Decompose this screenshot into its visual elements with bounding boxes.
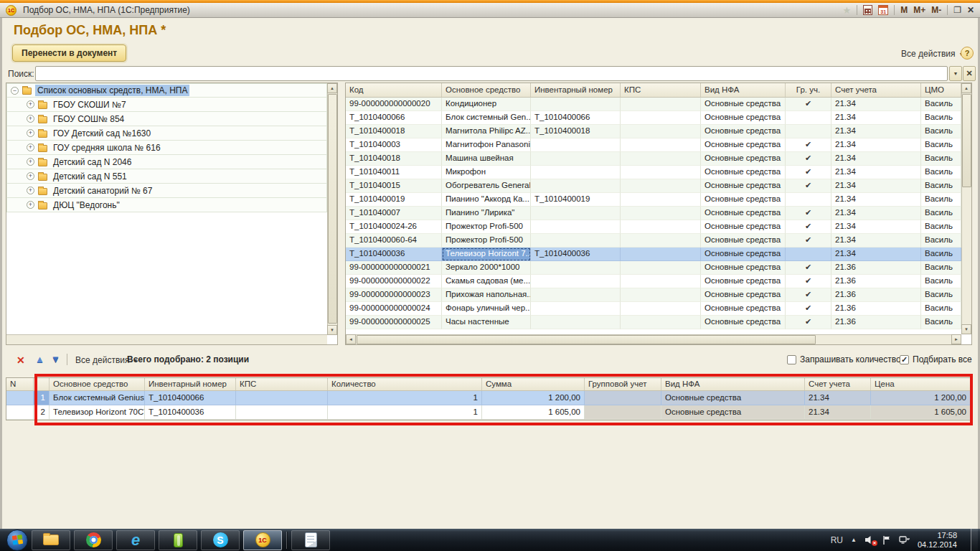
tree-horizontal-scrollbar[interactable] [6,334,327,344]
cell[interactable] [236,405,328,420]
cell[interactable] [621,193,701,207]
cell[interactable] [621,234,701,248]
cell[interactable]: Магнитола Philipc AZ... [442,125,531,138]
cell[interactable] [621,166,701,179]
cell[interactable]: 21.34 [831,138,921,152]
column-header[interactable]: Цена [871,378,971,390]
search-clear-button[interactable]: ✕ [963,66,976,81]
cell[interactable]: Т_1010400060-64 [346,234,442,248]
cell[interactable]: Основные средства [701,111,786,125]
cell[interactable]: 21.34 [831,207,921,220]
cell[interactable]: 1 200,00 [871,391,971,405]
close-icon[interactable]: ✕ [967,5,974,15]
cell[interactable]: 21.34 [831,193,921,207]
cell[interactable]: Зеркало 2000*1000 [442,261,531,275]
cell[interactable] [531,220,621,234]
cell[interactable] [531,98,621,111]
expand-icon[interactable]: + [27,129,34,137]
column-header[interactable]: Сумма [482,378,585,390]
scroll-up-icon[interactable]: ▲ [961,83,971,93]
cell[interactable]: Василь [921,138,961,152]
cell[interactable] [621,275,701,288]
cell[interactable]: Т_101040011 [346,166,442,179]
column-header[interactable]: Вид НФА [701,83,786,97]
cell[interactable]: ✔ [786,98,831,111]
action-center-flag-icon[interactable] [882,535,891,545]
cell[interactable]: Основные средства [701,316,786,329]
cell[interactable]: 1 [34,391,50,405]
cell[interactable]: Василь [921,179,961,193]
cell[interactable]: 21.34 [831,98,921,111]
cell[interactable]: Василь [921,98,961,111]
cell[interactable]: Основные средства [701,138,786,152]
cell[interactable] [621,125,701,138]
delete-row-icon[interactable]: ✕ [17,354,25,366]
show-desktop-button[interactable] [971,529,978,551]
asset-table-row[interactable]: Т_1010400019Пианино "Аккорд Ка...Т_10104… [346,193,961,207]
help-button[interactable]: ? [961,47,974,60]
cell[interactable]: Т_1010400018 [346,125,442,138]
cell[interactable]: Василь [921,193,961,207]
cell[interactable] [531,152,621,166]
column-header[interactable]: ЦМО [921,83,961,97]
column-header[interactable]: Основное средство [442,83,531,97]
asset-table-row[interactable]: 99-000000000000023Прихожая напольная...О… [346,288,961,302]
tree-item-root[interactable]: −Список основных средств, НМА, НПА [6,83,327,98]
asset-table-row[interactable]: Т_1010400066Блок системный Gen...Т_10104… [346,111,961,125]
search-input[interactable] [35,66,948,81]
taskbar-internet-explorer-button[interactable]: e [116,530,155,550]
cell[interactable]: Основные средства [701,98,786,111]
cell[interactable]: ✔ [786,288,831,302]
cell[interactable]: ✔ [786,302,831,316]
calculator-icon[interactable] [863,5,872,15]
cell[interactable] [236,391,328,405]
cell[interactable]: 99-000000000000020 [346,98,442,111]
request-quantity-checkbox[interactable]: Запрашивать количество [787,354,901,364]
cell[interactable]: 21.34 [831,234,921,248]
memory-button[interactable]: M [900,5,908,15]
cell[interactable]: ✔ [786,207,831,220]
cell[interactable]: Блок системный Gen... [442,111,531,125]
cell[interactable]: Основные средства [701,261,786,275]
cell[interactable] [621,316,701,329]
expand-icon[interactable]: + [27,201,34,209]
cell[interactable]: Т_1010400018 [531,125,621,138]
cell[interactable] [621,152,701,166]
taskbar-qip-button[interactable] [159,530,197,550]
cell[interactable] [531,288,621,302]
cell[interactable]: Т_101040015 [346,179,442,193]
cell[interactable]: 21.34 [831,179,921,193]
tree-item[interactable]: +ГБОУ СОШ№ 854 [6,112,327,126]
cell[interactable]: 1 [328,405,482,420]
cell[interactable]: ✔ [786,220,831,234]
cell[interactable] [621,288,701,302]
cell[interactable]: Основные средства [661,391,805,405]
cell[interactable]: Прожектор Profi-500 [442,234,531,248]
column-header[interactable]: Инвентарный номер [531,83,621,97]
cell[interactable] [621,261,701,275]
cell[interactable]: 99-000000000000024 [346,302,442,316]
cell[interactable]: Основные средства [701,166,786,179]
cell[interactable]: Часы настенные [442,316,531,329]
cell[interactable]: Прожектор Profi-500 [442,220,531,234]
cell[interactable]: 21.34 [831,111,921,125]
asset-table-row[interactable]: Т_101040015Обогреватель GeneralОсновные … [346,179,961,193]
cell[interactable]: 21.36 [831,302,921,316]
taskbar-notepad-button[interactable] [291,530,330,550]
cell[interactable]: ✔ [786,166,831,179]
memory-plus-button[interactable]: M+ [913,5,925,15]
calendar-icon[interactable]: 31 [878,5,888,15]
cell[interactable]: Фонарь уличный чер... [442,302,531,316]
cell[interactable]: 21.36 [831,316,921,329]
taskbar-chrome-button[interactable] [74,530,113,550]
cell[interactable]: Василь [921,220,961,234]
asset-table-row[interactable]: 99-000000000000021Зеркало 2000*1000Основ… [346,261,961,275]
tree-vertical-scrollbar[interactable]: ▲ ▼ [327,83,337,335]
tree-item[interactable]: +ГБОУ СКОШИ №7 [6,98,327,112]
cell[interactable]: 1 605,00 [871,405,971,420]
cell[interactable] [621,179,701,193]
cell[interactable] [585,391,661,405]
cell[interactable]: 1 200,00 [482,391,585,405]
cell[interactable]: 1 605,00 [482,405,585,420]
cell[interactable]: Василь [921,111,961,125]
